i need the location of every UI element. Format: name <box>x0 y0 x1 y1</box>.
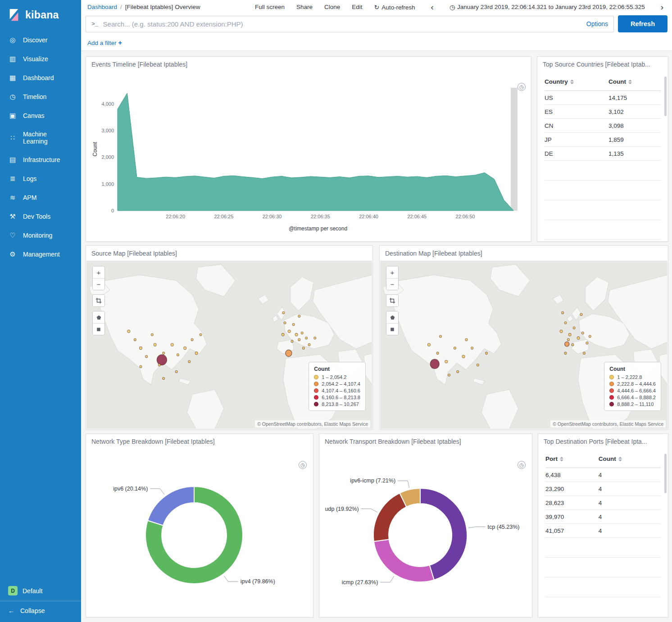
map-bubble[interactable] <box>564 322 567 324</box>
table-row[interactable]: 23,2904 <box>545 482 661 496</box>
map-bubble[interactable] <box>577 337 580 339</box>
collapse-button[interactable]: ← Collapse <box>0 601 81 622</box>
map-bubble[interactable] <box>436 352 439 354</box>
donut-slice-icmp[interactable] <box>374 539 434 582</box>
map-bubble[interactable] <box>562 311 564 314</box>
crop-icon[interactable] <box>386 295 398 306</box>
crop-icon[interactable] <box>93 295 104 306</box>
map-bubble[interactable] <box>477 364 479 366</box>
map-bubble[interactable] <box>163 352 165 354</box>
map-bubble[interactable] <box>177 354 179 356</box>
time-badge-icon[interactable]: ◷ <box>518 83 526 91</box>
map-bubble[interactable] <box>465 338 468 341</box>
map-bubble[interactable] <box>445 360 448 363</box>
time-badge-icon[interactable]: ◷ <box>518 461 526 469</box>
polygon-tool-icon[interactable] <box>93 311 104 323</box>
events-timeline-chart[interactable]: 01,0002,0003,0004,00022:06:2022:06:2522:… <box>91 72 527 239</box>
map-bubble[interactable] <box>565 342 569 347</box>
map-bubble[interactable] <box>292 323 295 325</box>
table-row[interactable]: CN3,098 <box>545 119 661 133</box>
sidebar-item-dev-tools[interactable]: ⚒Dev Tools <box>0 207 81 226</box>
map-bubble[interactable] <box>427 343 430 346</box>
map-bubble[interactable] <box>457 370 459 373</box>
map-bubble[interactable] <box>158 364 160 366</box>
map-bubble[interactable] <box>284 322 286 324</box>
sidebar-item-canvas[interactable]: ▣Canvas <box>0 106 81 125</box>
map-bubble[interactable] <box>586 342 588 344</box>
map-bubble[interactable] <box>440 335 442 338</box>
map-bubble[interactable] <box>200 334 202 336</box>
source-map[interactable]: +−Count1 – 2,054.22,054.2 – 4,107.44,107… <box>86 261 372 429</box>
map-bubble[interactable] <box>298 315 300 317</box>
map-attribution[interactable]: © OpenStreetMap contributors, Elastic Ma… <box>550 420 666 428</box>
zoom-in-button[interactable]: + <box>386 266 398 278</box>
destination-map[interactable]: +−Count1 – 2,222.82,222.8 – 4,444.64,444… <box>380 261 667 429</box>
sidebar-item-machine-learning[interactable]: ∷Machine Learning <box>0 125 81 150</box>
edit-button[interactable]: Edit <box>352 4 362 10</box>
map-bubble[interactable] <box>302 347 304 349</box>
zoom-out-button[interactable]: − <box>386 278 398 290</box>
column-header-country[interactable]: Country <box>545 78 608 85</box>
map-bubble[interactable] <box>195 352 198 355</box>
zoom-in-button[interactable]: + <box>93 266 104 278</box>
map-bubble[interactable] <box>567 338 569 341</box>
map-bubble[interactable] <box>145 355 148 357</box>
map-bubble[interactable] <box>288 330 291 333</box>
options-link[interactable]: Options <box>586 20 608 27</box>
sidebar-item-dashboard[interactable]: ▦Dashboard <box>0 68 81 87</box>
map-bubble[interactable] <box>157 355 167 365</box>
map-bubble[interactable] <box>171 343 173 346</box>
map-bubble[interactable] <box>151 334 153 336</box>
sidebar-item-logs[interactable]: ≣Logs <box>0 169 81 188</box>
panel-title[interactable]: Network Transport Breakdown [Filebeat Ip… <box>319 434 532 449</box>
column-header-count[interactable]: Count <box>599 455 661 462</box>
rectangle-tool-icon[interactable] <box>386 323 398 335</box>
sidebar-item-monitoring[interactable]: ♡Monitoring <box>0 226 81 245</box>
map-bubble[interactable] <box>486 352 488 354</box>
network-transport-donut-chart[interactable]: tcp (45.23%)icmp (27.63%)udp (19.92%)ipv… <box>319 449 533 617</box>
panel-title[interactable]: Top Source Countries [Filebeat Iptab... <box>537 57 668 72</box>
scrollbar-thumb[interactable] <box>664 454 667 493</box>
sidebar-item-infrastructure[interactable]: ▤Infrastructure <box>0 150 81 169</box>
kibana-logo[interactable]: kibana <box>0 0 81 29</box>
map-bubble[interactable] <box>301 332 303 334</box>
time-range-picker[interactable]: ◷ January 23rd 2019, 22:06:14.321 to Jan… <box>450 4 645 11</box>
panel-title[interactable]: Network Type Breakdown [Filebeat Iptable… <box>86 434 313 449</box>
network-type-donut-chart[interactable]: ipv4 (79.86%)ipv6 (20.14%) <box>86 449 314 617</box>
full-screen-button[interactable]: Full screen <box>255 4 285 10</box>
map-bubble[interactable] <box>175 370 177 373</box>
search-box[interactable]: >_ Options <box>86 16 614 32</box>
map-bubble[interactable] <box>581 332 584 334</box>
search-input[interactable] <box>103 20 582 28</box>
add-filter-button[interactable]: Add a filter + <box>87 39 122 46</box>
share-button[interactable]: Share <box>296 4 313 10</box>
panel-title[interactable]: Events Timeline [Filebeat Iptables] <box>86 57 531 72</box>
map-bubble[interactable] <box>184 347 186 349</box>
sidebar-item-visualize[interactable]: ▥Visualize <box>0 50 81 68</box>
map-bubble[interactable] <box>282 311 285 314</box>
panel-title[interactable]: Destination Map [Filebeat Iptables] <box>380 246 668 261</box>
map-bubble[interactable] <box>154 343 156 346</box>
map-bubble[interactable] <box>471 347 473 349</box>
donut-slice-udp[interactable] <box>373 493 406 541</box>
table-row[interactable]: 41,0574 <box>545 524 661 538</box>
table-row[interactable]: 6,4384 <box>545 468 661 482</box>
sidebar-item-timelion[interactable]: ◷Timelion <box>0 87 81 106</box>
scrollbar-thumb[interactable] <box>664 77 667 116</box>
map-bubble[interactable] <box>430 359 439 369</box>
map-bubble[interactable] <box>589 335 591 338</box>
refresh-button[interactable]: Refresh <box>618 15 667 32</box>
donut-slice-ipv6[interactable] <box>148 487 194 525</box>
table-row[interactable]: 28,6234 <box>545 496 661 510</box>
map-bubble[interactable] <box>163 377 165 379</box>
table-row[interactable]: US14,175 <box>545 91 661 105</box>
table-row[interactable]: JP1,859 <box>545 133 661 147</box>
zoom-out-button[interactable]: − <box>93 278 104 290</box>
map-bubble[interactable] <box>580 313 582 316</box>
column-header-count[interactable]: Count <box>608 78 661 85</box>
map-bubble[interactable] <box>568 333 571 336</box>
map-bubble[interactable] <box>134 338 136 341</box>
space-switcher[interactable]: D Default <box>0 581 81 601</box>
panel-title[interactable]: Source Map [Filebeat Iptables] <box>86 246 372 261</box>
map-bubble[interactable] <box>188 361 191 363</box>
